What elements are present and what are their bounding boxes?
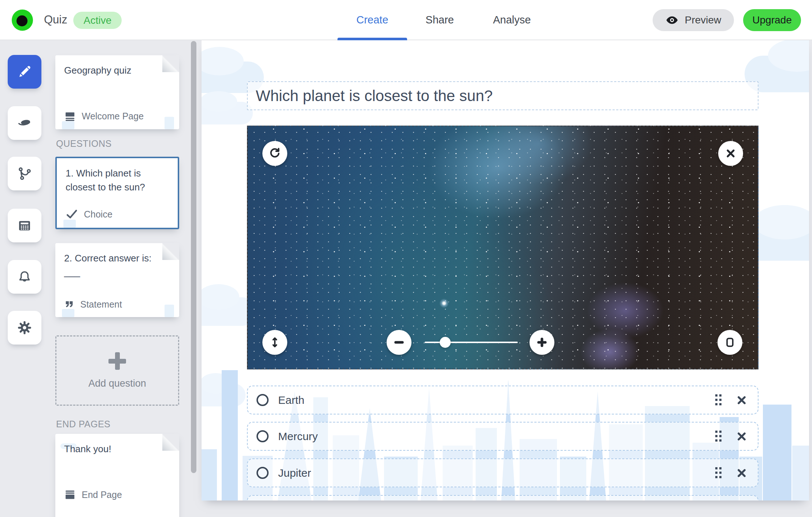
drag-handle-icon[interactable]: [715, 431, 722, 442]
delete-option-icon[interactable]: [737, 431, 747, 442]
zoom-slider-track[interactable]: [425, 342, 518, 343]
question-card-1[interactable]: 1. Which planet is closest to the sun? C…: [55, 157, 179, 229]
status-badge: Active: [73, 12, 122, 29]
option-row-partial[interactable]: [247, 495, 759, 501]
questions-section-label: QUESTIONS: [56, 138, 112, 149]
add-question-button[interactable]: Add question: [55, 335, 179, 406]
drag-handle-icon[interactable]: [715, 467, 722, 479]
drag-handle-icon[interactable]: [715, 394, 722, 406]
upgrade-button[interactable]: Upgrade: [743, 9, 801, 31]
active-tab-underline: [337, 38, 407, 40]
logo-pupil: [16, 15, 27, 26]
card-watermark: [62, 309, 74, 317]
delete-option-icon[interactable]: [737, 395, 747, 405]
rail-item-calculator[interactable]: [8, 209, 41, 242]
card-watermark: [63, 220, 76, 228]
editor-canvas: Which planet is closest to the sun?: [202, 40, 809, 501]
rotate-image-button[interactable]: [262, 141, 287, 166]
tab-create[interactable]: Create: [356, 0, 388, 40]
end-page-icon: [64, 489, 76, 501]
plus-icon: [536, 336, 548, 349]
welcome-page-card[interactable]: Geography quiz Welcome Page: [55, 55, 179, 129]
tab-analyse[interactable]: Analyse: [493, 0, 531, 40]
rail-item-style[interactable]: [8, 106, 41, 140]
rail-item-build[interactable]: [8, 55, 41, 89]
eye-icon: [665, 14, 679, 27]
rail-item-logic[interactable]: [8, 157, 41, 190]
end-page-card[interactable]: Thank you! End Page: [55, 434, 179, 517]
close-icon: [725, 148, 736, 159]
card-watermark: [165, 117, 174, 129]
question-1-title: 1. Which planet is closest to the sun?: [66, 166, 156, 194]
question-title-input[interactable]: Which planet is closest to the sun?: [247, 81, 759, 110]
style-icon: [17, 115, 32, 131]
top-bar: Quiz Active Create Share Analyse Preview…: [0, 0, 812, 40]
option-row[interactable]: Mercury: [247, 422, 759, 451]
preview-label: Preview: [685, 14, 721, 26]
cloud-decoration: [202, 102, 253, 124]
gear-icon: [17, 320, 32, 335]
fit-frame-button[interactable]: [717, 330, 742, 355]
question-card-2[interactable]: 2. Correct answer is: ___ Statement: [55, 243, 179, 317]
check-icon: [66, 208, 78, 220]
vertical-arrows-icon: [269, 336, 281, 349]
radio-icon[interactable]: [256, 467, 269, 479]
preview-button[interactable]: Preview: [653, 9, 734, 31]
option-row[interactable]: Jupiter: [247, 458, 759, 487]
pencil-icon: [17, 64, 32, 79]
question-2-type: Statement: [80, 299, 122, 310]
end-card-type: End Page: [82, 490, 122, 500]
add-question-label: Add question: [88, 378, 146, 389]
app-logo[interactable]: [12, 10, 33, 31]
zoom-in-button[interactable]: [529, 330, 554, 355]
zoom-out-button[interactable]: [387, 330, 411, 355]
welcome-page-icon: [64, 110, 76, 122]
bell-icon: [17, 269, 32, 284]
panel-scrollbar[interactable]: [191, 41, 196, 473]
quiz-title: Quiz: [44, 0, 67, 40]
option-label[interactable]: Mercury: [278, 430, 715, 443]
quote-icon: [64, 300, 74, 310]
option-label[interactable]: Earth: [278, 394, 715, 406]
tab-share[interactable]: Share: [425, 0, 454, 40]
welcome-card-title: Geography quiz: [64, 63, 157, 77]
rail-item-notifications[interactable]: [8, 260, 41, 294]
radio-icon[interactable]: [256, 430, 269, 442]
calculator-icon: [17, 218, 32, 233]
end-pages-section-label: END PAGES: [56, 419, 111, 429]
question-image[interactable]: [247, 126, 759, 369]
frame-icon: [724, 336, 736, 349]
option-label[interactable]: Jupiter: [278, 467, 715, 479]
plus-icon: [108, 352, 126, 370]
welcome-card-type: Welcome Page: [82, 111, 144, 122]
card-watermark: [165, 305, 174, 317]
card-watermark: [62, 121, 74, 129]
delete-option-icon[interactable]: [737, 468, 747, 478]
option-row[interactable]: Earth: [247, 386, 759, 414]
radio-icon[interactable]: [256, 394, 269, 406]
remove-image-button[interactable]: [718, 141, 743, 166]
rotate-icon: [268, 147, 281, 160]
rail-item-settings[interactable]: [8, 311, 41, 345]
question-2-title: 2. Correct answer is: ___: [64, 251, 157, 279]
branch-icon: [17, 166, 32, 181]
question-1-type: Choice: [84, 209, 112, 220]
end-card-title: Thank you!: [64, 442, 157, 456]
zoom-slider-handle[interactable]: [440, 337, 451, 348]
vertical-resize-button[interactable]: [262, 330, 287, 355]
minus-icon: [393, 336, 405, 349]
